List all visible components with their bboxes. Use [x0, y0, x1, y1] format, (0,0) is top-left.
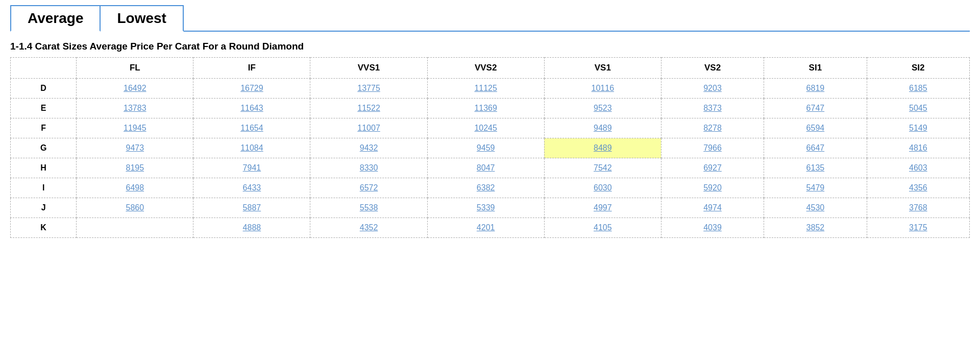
table-cell[interactable]: 5887: [193, 198, 310, 218]
table-cell[interactable]: 8489: [544, 138, 661, 158]
table-cell[interactable]: 4997: [544, 198, 661, 218]
table-cell[interactable]: 4201: [427, 218, 544, 238]
table-cell[interactable]: 8330: [310, 158, 427, 178]
col-header-vs1: VS1: [544, 58, 661, 79]
table-cell[interactable]: 9523: [544, 99, 661, 118]
table-cell[interactable]: 11007: [310, 118, 427, 138]
table-cell[interactable]: 11369: [427, 99, 544, 118]
table-cell[interactable]: 11643: [193, 99, 310, 118]
col-header-vvs2: VVS2: [427, 58, 544, 79]
col-header-fl: FL: [77, 58, 193, 79]
table-row: J58605887553853394997497445303768: [11, 198, 970, 218]
col-header-if: IF: [193, 58, 310, 79]
table-row: I64986433657263826030592054794356: [11, 178, 970, 198]
table-cell[interactable]: 3852: [764, 218, 867, 238]
table-cell[interactable]: 7941: [193, 158, 310, 178]
table-cell[interactable]: 9459: [427, 138, 544, 158]
table-row: E137831164311522113699523837367475045: [11, 99, 970, 118]
section-title: 1-1.4 Carat Sizes Average Price Per Cara…: [10, 41, 304, 52]
table-cell[interactable]: 5538: [310, 198, 427, 218]
table-cell[interactable]: 10116: [544, 79, 661, 99]
table-cell[interactable]: 9473: [77, 138, 193, 158]
table-cell[interactable]: 8195: [77, 158, 193, 178]
row-grade-header: F: [11, 118, 77, 138]
table-cell[interactable]: 9203: [661, 79, 764, 99]
row-grade-header: I: [11, 178, 77, 198]
table-cell[interactable]: 6135: [764, 158, 867, 178]
table-cell[interactable]: 4888: [193, 218, 310, 238]
col-header-si2: SI2: [867, 58, 969, 79]
row-grade-header: D: [11, 79, 77, 99]
table-cell[interactable]: 4530: [764, 198, 867, 218]
table-cell[interactable]: 6647: [764, 138, 867, 158]
row-grade-header: E: [11, 99, 77, 118]
table-cell[interactable]: 5149: [867, 118, 969, 138]
table-cell[interactable]: 8373: [661, 99, 764, 118]
table-cell[interactable]: 6382: [427, 178, 544, 198]
row-grade-header: K: [11, 218, 77, 238]
table-cell[interactable]: 6185: [867, 79, 969, 99]
table-cell[interactable]: 3768: [867, 198, 969, 218]
table-cell[interactable]: 9489: [544, 118, 661, 138]
table-cell: [77, 218, 193, 238]
table-cell[interactable]: 3175: [867, 218, 969, 238]
table-row: K4888435242014105403938523175: [11, 218, 970, 238]
table-cell[interactable]: 5045: [867, 99, 969, 118]
table-cell[interactable]: 6433: [193, 178, 310, 198]
price-table: FL IF VVS1 VVS2 VS1 VS2 SI1 SI2 D1649216…: [10, 57, 970, 238]
table-cell[interactable]: 6594: [764, 118, 867, 138]
row-grade-header: H: [11, 158, 77, 178]
table-cell[interactable]: 6927: [661, 158, 764, 178]
table-cell[interactable]: 16729: [193, 79, 310, 99]
table-cell[interactable]: 9432: [310, 138, 427, 158]
table-cell[interactable]: 10245: [427, 118, 544, 138]
table-cell[interactable]: 6498: [77, 178, 193, 198]
tab-average[interactable]: Average: [10, 5, 101, 32]
table-cell[interactable]: 5920: [661, 178, 764, 198]
table-cell[interactable]: 8278: [661, 118, 764, 138]
col-header-vs2: VS2: [661, 58, 764, 79]
table-row: D1649216729137751112510116920368196185: [11, 79, 970, 99]
table-cell[interactable]: 6572: [310, 178, 427, 198]
table-cell[interactable]: 5860: [77, 198, 193, 218]
table-cell[interactable]: 7542: [544, 158, 661, 178]
table-cell[interactable]: 11125: [427, 79, 544, 99]
tab-lowest[interactable]: Lowest: [101, 5, 183, 32]
table-cell[interactable]: 4039: [661, 218, 764, 238]
table-cell[interactable]: 11084: [193, 138, 310, 158]
table-cell[interactable]: 5479: [764, 178, 867, 198]
table-cell[interactable]: 4352: [310, 218, 427, 238]
table-cell[interactable]: 6747: [764, 99, 867, 118]
col-header-si1: SI1: [764, 58, 867, 79]
col-header-vvs1: VVS1: [310, 58, 427, 79]
table-cell[interactable]: 4603: [867, 158, 969, 178]
table-row: F119451165411007102459489827865945149: [11, 118, 970, 138]
table-cell[interactable]: 4356: [867, 178, 969, 198]
table-cell[interactable]: 13783: [77, 99, 193, 118]
table-cell[interactable]: 6819: [764, 79, 867, 99]
table-cell[interactable]: 11522: [310, 99, 427, 118]
table-row: G947311084943294598489796666474816: [11, 138, 970, 158]
row-grade-header: J: [11, 198, 77, 218]
table-cell[interactable]: 13775: [310, 79, 427, 99]
table-cell[interactable]: 8047: [427, 158, 544, 178]
row-grade-header: G: [11, 138, 77, 158]
table-cell[interactable]: 6030: [544, 178, 661, 198]
table-cell[interactable]: 11654: [193, 118, 310, 138]
table-cell[interactable]: 4105: [544, 218, 661, 238]
table-cell[interactable]: 5339: [427, 198, 544, 218]
table-cell[interactable]: 7966: [661, 138, 764, 158]
table-cell[interactable]: 11945: [77, 118, 193, 138]
table-row: H81957941833080477542692761354603: [11, 158, 970, 178]
col-header-empty: [11, 58, 77, 79]
table-header-row: FL IF VVS1 VVS2 VS1 VS2 SI1 SI2: [11, 58, 970, 79]
table-cell[interactable]: 16492: [77, 79, 193, 99]
table-cell[interactable]: 4974: [661, 198, 764, 218]
table-cell[interactable]: 4816: [867, 138, 969, 158]
